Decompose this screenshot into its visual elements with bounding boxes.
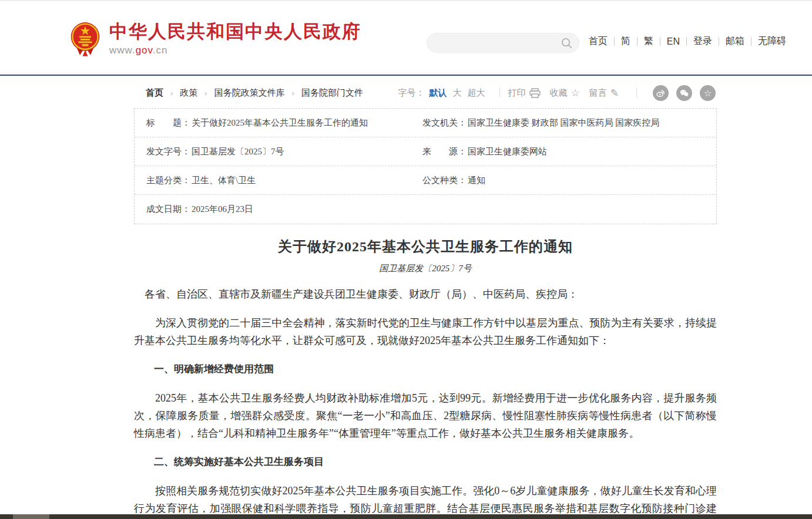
article-paragraph: 为深入贯彻党的二十届三中全会精神，落实新时代党的卫生与健康工作方针中以基层为重点…: [134, 314, 717, 349]
font-size-default[interactable]: 默认: [430, 87, 447, 99]
breadcrumb-policy-library[interactable]: 国务院政策文件库: [214, 87, 285, 99]
star-icon: ☆: [571, 87, 580, 99]
chevron-right-icon: [170, 89, 173, 97]
toolbar-row: 首页 政策 国务院政策文件库 国务院部门文件 字号： 默认 大 超大 打印: [134, 85, 717, 100]
chevron-right-icon: [204, 89, 207, 97]
nav-mail[interactable]: 邮箱: [726, 35, 744, 48]
nav-english[interactable]: EN: [667, 36, 680, 47]
meta-value: 关于做好2025年基本公共卫生服务工作的通知: [192, 117, 368, 129]
nav-home[interactable]: 首页: [589, 35, 608, 48]
nav-separator: [686, 37, 687, 46]
header-divider: [0, 75, 812, 76]
article-section-heading-2: 二、统筹实施好基本公共卫生服务项目: [134, 453, 717, 471]
search-input[interactable]: [437, 33, 554, 52]
meta-row: 成文日期： 2025年06月23日: [135, 195, 716, 224]
share-qzone-button[interactable]: ☆: [700, 85, 716, 101]
favorite-label: 收藏: [550, 87, 568, 99]
meta-value: 国家卫生健康委 财政部 国家中医药局 国家疾控局: [468, 117, 659, 129]
meta-doc-number: 发文字号： 国卫基层发〔2025〕7号: [135, 146, 422, 157]
site-header: 中华人民共和国中央人民政府 www.gov.cn 首页 简 繁 EN 登录 邮箱…: [0, 1, 812, 75]
meta-value: 国家卫生健康委网站: [468, 146, 547, 157]
site-url-cn: .cn: [153, 45, 168, 56]
meta-issue-date: 成文日期： 2025年06月23日: [135, 204, 422, 215]
wechat-icon: [679, 88, 689, 98]
article-paragraph: 按照相关服务规范切实做好2025年基本公共卫生服务项目实施工作。强化0～6岁儿童…: [134, 482, 717, 519]
article-title: 关于做好2025年基本公共卫生服务工作的通知: [134, 237, 717, 256]
site-url-gov: gov: [136, 45, 153, 56]
document-meta-box: 标 题： 关于做好2025年基本公共卫生服务工作的通知 发文机关： 国家卫生健康…: [134, 108, 717, 224]
article: 关于做好2025年基本公共卫生服务工作的通知 国卫基层发〔2025〕7号 各省、…: [134, 237, 717, 519]
nav-simplified[interactable]: 简: [621, 35, 630, 48]
nav-traditional[interactable]: 繁: [644, 35, 653, 48]
meta-label: 公文种类：: [422, 175, 467, 186]
nav-separator: [719, 37, 719, 46]
site-url-www: www.: [109, 45, 136, 56]
horizontal-scrollbar[interactable]: [0, 514, 812, 519]
print-label: 打印: [508, 87, 526, 99]
meta-row: 发文字号： 国卫基层发〔2025〕7号 来 源： 国家卫生健康委网站: [135, 137, 716, 166]
tools-separator: [636, 88, 637, 97]
meta-label: 来 源：: [422, 146, 467, 157]
meta-doc-type: 公文种类： 通知: [422, 175, 716, 186]
font-size-large[interactable]: 大: [453, 87, 462, 99]
chevron-right-icon: [292, 89, 294, 97]
breadcrumb: 首页 政策 国务院政策文件库 国务院部门文件: [146, 87, 363, 99]
meta-value: 卫生、体育\卫生: [192, 175, 256, 186]
article-doc-number: 国卫基层发〔2025〕7号: [134, 263, 717, 274]
meta-label: 成文日期：: [146, 204, 190, 215]
article-paragraph: 2025年，基本公共卫生服务经费人均财政补助标准增加5元，达到99元。新增经费用…: [134, 389, 717, 442]
breadcrumb-home[interactable]: 首页: [146, 87, 163, 99]
meta-row: 标 题： 关于做好2025年基本公共卫生服务工作的通知 发文机关： 国家卫生健康…: [135, 109, 716, 137]
national-emblem-icon: [69, 21, 101, 56]
meta-title: 标 题： 关于做好2025年基本公共卫生服务工作的通知: [135, 117, 422, 129]
article-body: 各省、自治区、直辖市及新疆生产建设兵团卫生健康委、财政厅（局）、中医药局、疾控局…: [134, 285, 717, 519]
meta-label: 标 题：: [146, 117, 190, 129]
nav-separator: [637, 37, 637, 46]
favorite-button[interactable]: 收藏 ☆: [550, 87, 580, 99]
meta-value: 国卫基层发〔2025〕7号: [192, 146, 284, 157]
meta-value: 通知: [468, 175, 485, 186]
content-column: 首页 政策 国务院政策文件库 国务院部门文件 字号： 默认 大 超大 打印: [134, 85, 717, 519]
pencil-icon: ✎: [610, 87, 619, 99]
comment-label: 留言: [589, 87, 607, 99]
site-url: www.gov.cn: [109, 45, 361, 56]
meta-label: 发文字号：: [146, 146, 190, 157]
meta-label: 主题分类：: [146, 175, 190, 186]
breadcrumb-policy[interactable]: 政策: [180, 87, 197, 99]
meta-row: 主题分类： 卫生、体育\卫生 公文种类： 通知: [135, 166, 716, 195]
share-weibo-button[interactable]: [653, 85, 669, 101]
meta-label: 发文机关：: [422, 117, 467, 129]
nav-separator: [660, 37, 660, 46]
print-button[interactable]: 打印: [508, 87, 541, 99]
star-icon: ☆: [704, 89, 712, 97]
printer-icon: [529, 88, 541, 98]
horizontal-scrollbar-thumb[interactable]: [13, 514, 49, 519]
meta-topic-category: 主题分类： 卫生、体育\卫生: [135, 175, 422, 186]
nav-separator: [751, 37, 751, 46]
nav-login[interactable]: 登录: [693, 35, 712, 48]
share-wechat-button[interactable]: [676, 85, 692, 101]
font-size-xlarge[interactable]: 超大: [468, 87, 485, 99]
nav-accessibility[interactable]: 无障碍: [758, 35, 786, 48]
weibo-icon: [656, 88, 666, 98]
search-box: [427, 33, 579, 53]
comment-button[interactable]: 留言 ✎: [589, 87, 619, 99]
site-title-block: 中华人民共和国中央人民政府 www.gov.cn: [109, 21, 361, 56]
meta-source: 来 源： 国家卫生健康委网站: [422, 146, 716, 157]
share-group: ☆: [645, 85, 716, 101]
page-tools: 字号： 默认 大 超大 打印 收藏 ☆ 留言 ✎: [398, 85, 716, 101]
meta-issuing-agency: 发文机关： 国家卫生健康委 财政部 国家中医药局 国家疾控局: [422, 117, 716, 129]
breadcrumb-department-docs[interactable]: 国务院部门文件: [301, 87, 363, 99]
site-logo[interactable]: 中华人民共和国中央人民政府 www.gov.cn: [69, 21, 361, 56]
meta-value: 2025年06月23日: [192, 204, 253, 215]
article-section-heading-1: 一、明确新增经费使用范围: [134, 360, 717, 378]
search-icon[interactable]: [561, 37, 573, 49]
nav-separator: [614, 37, 615, 46]
site-title: 中华人民共和国中央人民政府: [109, 21, 361, 42]
tools-separator: [499, 88, 500, 97]
article-addressee: 各省、自治区、直辖市及新疆生产建设兵团卫生健康委、财政厅（局）、中医药局、疾控局…: [134, 285, 717, 303]
top-nav: 首页 简 繁 EN 登录 邮箱 无障碍: [589, 35, 786, 48]
font-size-label: 字号：: [398, 87, 425, 99]
